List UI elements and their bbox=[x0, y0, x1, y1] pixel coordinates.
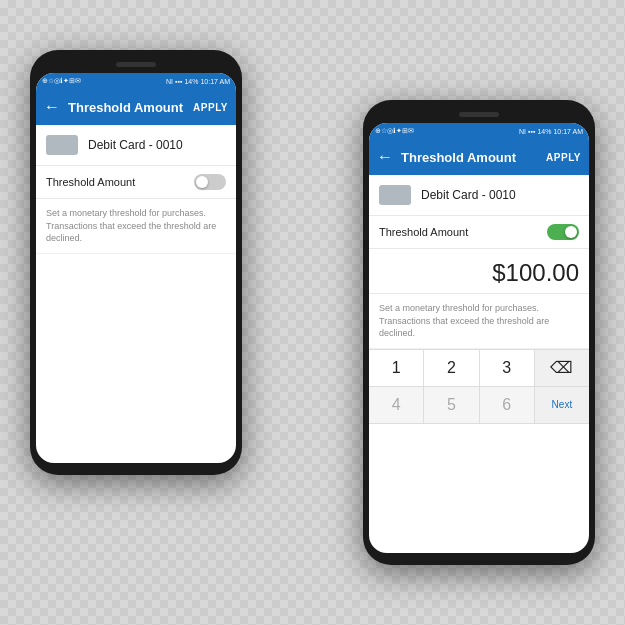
phone-1-app-bar: ← Threshold Amount APPLY bbox=[36, 89, 236, 125]
card-label: Debit Card - 0010 bbox=[88, 138, 183, 152]
threshold-label-2: Threshold Amount bbox=[379, 226, 547, 238]
status-icons-left: ⊕☆◎ℹ✦⊞✉ bbox=[42, 77, 81, 85]
phone-2: ⊕☆◎ℹ✦⊞✉ NI ▪▪▪ 14% 10:17 AM ← Threshold … bbox=[363, 100, 595, 565]
signal-icon: ▪▪▪ bbox=[175, 78, 182, 85]
amount-display[interactable]: $100.00 bbox=[369, 249, 589, 294]
numpad: 1 2 3 ⌫ 4 5 6 Next bbox=[369, 349, 589, 424]
notification-icons: ⊕☆◎ℹ✦⊞✉ bbox=[42, 77, 81, 85]
toggle-knob-2 bbox=[565, 226, 577, 238]
numpad-row-2: 4 5 6 Next bbox=[369, 387, 589, 424]
network-icon-2: NI bbox=[519, 128, 526, 135]
threshold-toggle-2[interactable] bbox=[547, 224, 579, 240]
card-icon bbox=[46, 135, 78, 155]
phone-2-speaker bbox=[459, 112, 499, 117]
status-icons-left-2: ⊕☆◎ℹ✦⊞✉ bbox=[375, 127, 414, 135]
signal-icon-2: ▪▪▪ bbox=[528, 128, 535, 135]
battery-label: 14% bbox=[184, 78, 198, 85]
phone-1-status-bar: ⊕☆◎ℹ✦⊞✉ NI ▪▪▪ 14% 10:17 AM bbox=[36, 73, 236, 89]
apply-button[interactable]: APPLY bbox=[193, 102, 228, 113]
numpad-key-3[interactable]: 3 bbox=[480, 350, 535, 386]
page-title: Threshold Amount bbox=[68, 100, 193, 115]
numpad-key-1[interactable]: 1 bbox=[369, 350, 424, 386]
time-label-2: 10:17 AM bbox=[553, 128, 583, 135]
threshold-row-2: Threshold Amount bbox=[369, 216, 589, 249]
numpad-key-6: 6 bbox=[480, 387, 535, 423]
phone-2-screen: ⊕☆◎ℹ✦⊞✉ NI ▪▪▪ 14% 10:17 AM ← Threshold … bbox=[369, 123, 589, 553]
card-label-2: Debit Card - 0010 bbox=[421, 188, 516, 202]
network-icon: NI bbox=[166, 78, 173, 85]
battery-label-2: 14% bbox=[537, 128, 551, 135]
card-row: Debit Card - 0010 bbox=[36, 125, 236, 166]
notification-icons-2: ⊕☆◎ℹ✦⊞✉ bbox=[375, 127, 414, 135]
status-right-2: NI ▪▪▪ 14% 10:17 AM bbox=[519, 128, 583, 135]
threshold-label: Threshold Amount bbox=[46, 176, 194, 188]
numpad-delete-key[interactable]: ⌫ bbox=[535, 350, 589, 386]
numpad-key-4: 4 bbox=[369, 387, 424, 423]
back-button-2[interactable]: ← bbox=[377, 148, 393, 166]
phone-2-status-bar: ⊕☆◎ℹ✦⊞✉ NI ▪▪▪ 14% 10:17 AM bbox=[369, 123, 589, 139]
numpad-key-5: 5 bbox=[424, 387, 479, 423]
phone-1: ⊕☆◎ℹ✦⊞✉ NI ▪▪▪ 14% 10:17 AM ← Threshold … bbox=[30, 50, 242, 475]
toggle-knob bbox=[196, 176, 208, 188]
card-icon-2 bbox=[379, 185, 411, 205]
description-text: Set a monetary threshold for purchases. … bbox=[36, 199, 236, 254]
numpad-next-key[interactable]: Next bbox=[535, 387, 589, 423]
back-button[interactable]: ← bbox=[44, 98, 60, 116]
time-label: 10:17 AM bbox=[200, 78, 230, 85]
page-title-2: Threshold Amount bbox=[401, 150, 546, 165]
description-text-2: Set a monetary threshold for purchases. … bbox=[369, 294, 589, 349]
phone-2-app-bar: ← Threshold Amount APPLY bbox=[369, 139, 589, 175]
numpad-key-2[interactable]: 2 bbox=[424, 350, 479, 386]
apply-button-2[interactable]: APPLY bbox=[546, 152, 581, 163]
phone-1-screen: ⊕☆◎ℹ✦⊞✉ NI ▪▪▪ 14% 10:17 AM ← Threshold … bbox=[36, 73, 236, 463]
status-right: NI ▪▪▪ 14% 10:17 AM bbox=[166, 78, 230, 85]
numpad-row-1: 1 2 3 ⌫ bbox=[369, 350, 589, 387]
threshold-toggle[interactable] bbox=[194, 174, 226, 190]
phone-1-speaker bbox=[116, 62, 156, 67]
threshold-row: Threshold Amount bbox=[36, 166, 236, 199]
card-row-2: Debit Card - 0010 bbox=[369, 175, 589, 216]
